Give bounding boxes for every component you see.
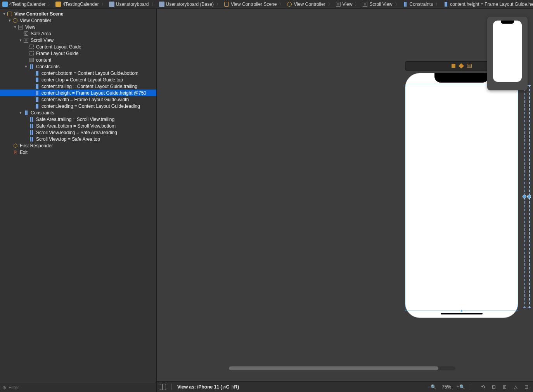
first-responder-dock-icon[interactable] xyxy=(459,63,464,69)
crumb-scene[interactable]: View Controller Scene〉 xyxy=(223,1,286,8)
row-label: content.bottom = Content Layout Guide.bo… xyxy=(42,71,138,76)
crumb-scrollview[interactable]: Scroll View〉 xyxy=(362,1,401,8)
constraint-icon xyxy=(445,2,447,7)
chevron-right-icon: 〉 xyxy=(279,1,284,8)
row-scrollview[interactable]: Scroll View xyxy=(0,37,156,43)
crumb-label: User.storyboard xyxy=(116,2,149,7)
exit-dock-icon[interactable] xyxy=(467,64,472,68)
row-label: Content Layout Guide xyxy=(36,44,81,50)
zoom-out-button[interactable]: −🔍 xyxy=(429,383,436,390)
scene-icon xyxy=(224,2,229,7)
filter-input[interactable] xyxy=(9,385,154,390)
row-label: Constraints xyxy=(36,64,60,69)
constraints-icon xyxy=(404,2,407,7)
row-label: Safe Area.bottom = Scroll View.bottom xyxy=(36,123,116,129)
folder-icon xyxy=(55,2,61,7)
crumb-label: View Controller xyxy=(294,2,325,7)
device-preview[interactable] xyxy=(405,73,518,318)
update-frames-icon[interactable]: ⟲ xyxy=(479,383,486,390)
view-icon xyxy=(18,25,23,29)
row-scrollview-constraints[interactable]: Constraints xyxy=(0,63,156,70)
embed-icon[interactable]: ⊡ xyxy=(523,383,530,390)
size-class-w: w xyxy=(223,384,226,390)
crumb-project[interactable]: 4TestingCalender〉 xyxy=(2,1,55,8)
zoom-controls: −🔍 75% +🔍 xyxy=(429,383,464,390)
constraint-node[interactable] xyxy=(523,195,526,199)
row-constraint-selected[interactable]: content.height = Frame Layout Guide.heig… xyxy=(0,90,156,96)
horizontal-scrollbar[interactable] xyxy=(229,366,455,370)
main-area: View Controller Scene View Controller Vi… xyxy=(0,9,533,392)
row-content-layout-guide[interactable]: Content Layout Guide xyxy=(0,43,156,50)
separator xyxy=(171,384,172,390)
zoom-in-button[interactable]: +🔍 xyxy=(457,383,464,390)
zoom-percentage[interactable]: 75% xyxy=(440,384,453,390)
row-constraint[interactable]: content.bottom = Content Layout Guide.bo… xyxy=(0,70,156,76)
crumb-label: 4TestingCalender xyxy=(9,2,45,7)
crumb-storyboard[interactable]: User.storyboard〉 xyxy=(108,1,158,8)
row-constraint[interactable]: content.top = Content Layout Guide.top xyxy=(0,76,156,83)
align-icon[interactable]: ⊟ xyxy=(490,383,497,390)
row-constraint[interactable]: content.leading = Content Layout Guide.l… xyxy=(0,103,156,109)
row-first-responder[interactable]: ⬡First Responder xyxy=(0,142,156,149)
row-constraint[interactable]: content.trailing = Content Layout Guide.… xyxy=(0,83,156,90)
pin-icon[interactable]: ⊞ xyxy=(501,383,508,390)
crumb-label: 4TestingCalender xyxy=(62,2,99,7)
outline-tree[interactable]: View Controller Scene View Controller Vi… xyxy=(0,9,156,383)
crumb-storyboard-base[interactable]: User.storyboard (Base)〉 xyxy=(158,1,223,8)
row-constraint[interactable]: Safe Area.bottom = Scroll View.bottom xyxy=(0,123,156,129)
row-content[interactable]: content xyxy=(0,57,156,63)
row-constraint[interactable]: Scroll View.leading = Safe Area.leading xyxy=(0,129,156,136)
minimap-notch xyxy=(501,21,514,24)
row-scene[interactable]: View Controller Scene xyxy=(0,10,156,17)
crumb-constraint-selected[interactable]: content.height = Frame Layout Guide.heig… xyxy=(442,2,533,7)
constraint-icon xyxy=(36,91,38,95)
viewcontroller-icon xyxy=(13,18,17,23)
disclosure-icon[interactable] xyxy=(19,38,22,42)
row-constraint[interactable]: Scroll View.top = Safe Area.top xyxy=(0,136,156,142)
toggle-outline-button[interactable] xyxy=(160,384,166,390)
crumb-label: User.storyboard (Base) xyxy=(166,2,214,7)
disclosure-icon[interactable] xyxy=(8,19,12,22)
exit-icon: ⎘ xyxy=(12,150,18,155)
scrollbar-thumb[interactable] xyxy=(229,366,438,370)
chevron-right-icon: 〉 xyxy=(48,1,52,8)
row-constraint[interactable]: content.width = Frame Layout Guide.width xyxy=(0,96,156,103)
row-exit[interactable]: ⎘Exit xyxy=(0,149,156,155)
scene-icon xyxy=(7,12,12,16)
crumb-label: Constraints xyxy=(410,2,433,7)
row-label: content.trailing = Content Layout Guide.… xyxy=(42,84,137,89)
crumb-viewcontroller[interactable]: View Controller〉 xyxy=(286,1,334,8)
row-safearea[interactable]: Safe Area xyxy=(0,30,156,37)
constraint-node[interactable] xyxy=(527,195,531,199)
minimap[interactable] xyxy=(487,17,528,90)
constraint-icon xyxy=(36,104,38,109)
crumb-view[interactable]: View〉 xyxy=(335,1,362,8)
constraint-icon xyxy=(30,124,33,128)
crumb-label: View xyxy=(343,2,353,7)
separator xyxy=(470,384,470,390)
row-frame-layout-guide[interactable]: Frame Layout Guide xyxy=(0,50,156,57)
row-viewcontroller[interactable]: View Controller xyxy=(0,17,156,24)
resolve-icon[interactable]: △ xyxy=(512,383,519,390)
row-label: Scroll View xyxy=(31,38,54,43)
chevron-right-icon: 〉 xyxy=(355,1,359,8)
canvas-viewport[interactable] xyxy=(157,9,533,381)
row-view-constraints[interactable]: Constraints xyxy=(0,109,156,116)
disclosure-icon[interactable] xyxy=(24,65,28,69)
constraints-icon xyxy=(25,111,28,115)
disclosure-icon[interactable] xyxy=(19,111,22,115)
row-label: Frame Layout Guide xyxy=(36,51,78,56)
storyboard-icon xyxy=(159,2,164,7)
constraint-tools: ⟲ ⊟ ⊞ △ ⊡ xyxy=(479,383,530,390)
crumb-constraints[interactable]: Constraints〉 xyxy=(402,1,443,8)
canvas-footer: View as: iPhone 11 (wC hR) −🔍 75% +🔍 ⟲ ⊟… xyxy=(157,381,533,392)
constraints-icon xyxy=(30,64,33,69)
row-view[interactable]: View xyxy=(0,24,156,30)
size-class-c: C xyxy=(226,384,231,390)
viewcontroller-dock-icon[interactable] xyxy=(452,64,455,68)
disclosure-icon[interactable] xyxy=(2,12,6,16)
crumb-folder[interactable]: 4TestingCalender〉 xyxy=(55,1,108,8)
row-constraint[interactable]: Safe Area.trailing = Scroll View.trailin… xyxy=(0,116,156,123)
view-as-button[interactable]: View as: iPhone 11 (wC hR) xyxy=(177,384,239,390)
disclosure-icon[interactable] xyxy=(13,25,17,29)
